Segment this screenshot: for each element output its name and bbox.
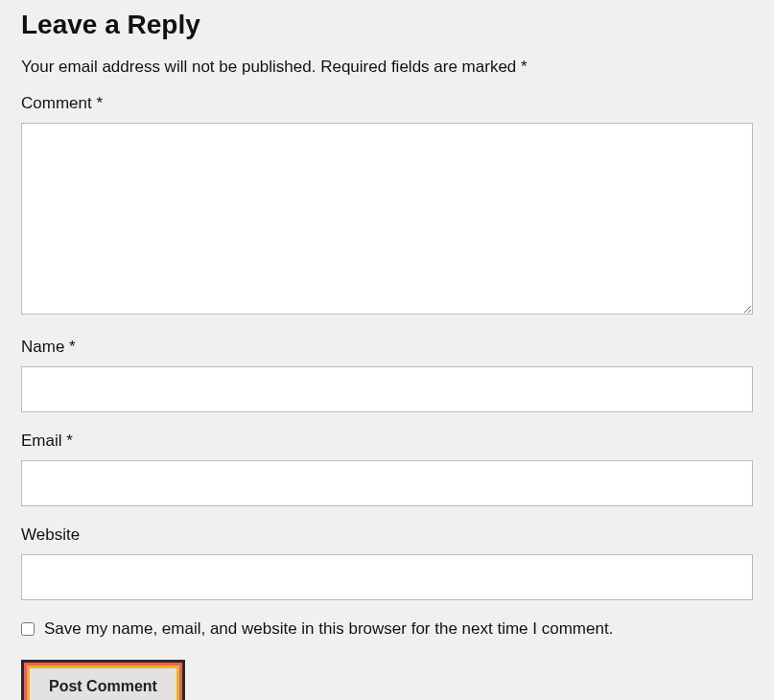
comment-label: Comment * (21, 94, 753, 113)
submit-border-red: Post Comment (24, 663, 182, 700)
name-field-group: Name * (21, 338, 753, 412)
save-info-label[interactable]: Save my name, email, and website in this… (44, 619, 613, 639)
name-label: Name * (21, 338, 753, 357)
name-required-mark: * (69, 338, 76, 356)
website-field-group: Website (21, 525, 753, 600)
email-label-text: Email (21, 432, 66, 450)
website-input[interactable] (21, 554, 753, 600)
save-info-row: Save my name, email, and website in this… (21, 619, 753, 639)
page-title: Leave a Reply (21, 10, 753, 40)
comment-textarea[interactable] (21, 123, 753, 315)
form-notice: Your email address will not be published… (21, 58, 753, 77)
post-comment-button[interactable]: Post Comment (30, 668, 176, 700)
email-required-mark: * (66, 432, 73, 450)
email-input[interactable] (21, 460, 753, 506)
submit-border-yellow: Post Comment (27, 665, 179, 700)
comment-required-mark: * (96, 94, 103, 112)
save-info-checkbox[interactable] (21, 622, 35, 636)
comment-label-text: Comment (21, 94, 96, 112)
email-label: Email * (21, 432, 753, 451)
name-label-text: Name (21, 338, 69, 356)
name-input[interactable] (21, 366, 753, 412)
submit-wrap: Post Comment (21, 660, 185, 700)
comment-field-group: Comment * (21, 94, 753, 318)
notice-text-1: Your email address will not be published… (21, 58, 316, 76)
notice-text-2: Required fields are marked * (320, 58, 527, 76)
website-label: Website (21, 525, 753, 545)
email-field-group: Email * (21, 432, 753, 506)
website-label-text: Website (21, 525, 80, 544)
